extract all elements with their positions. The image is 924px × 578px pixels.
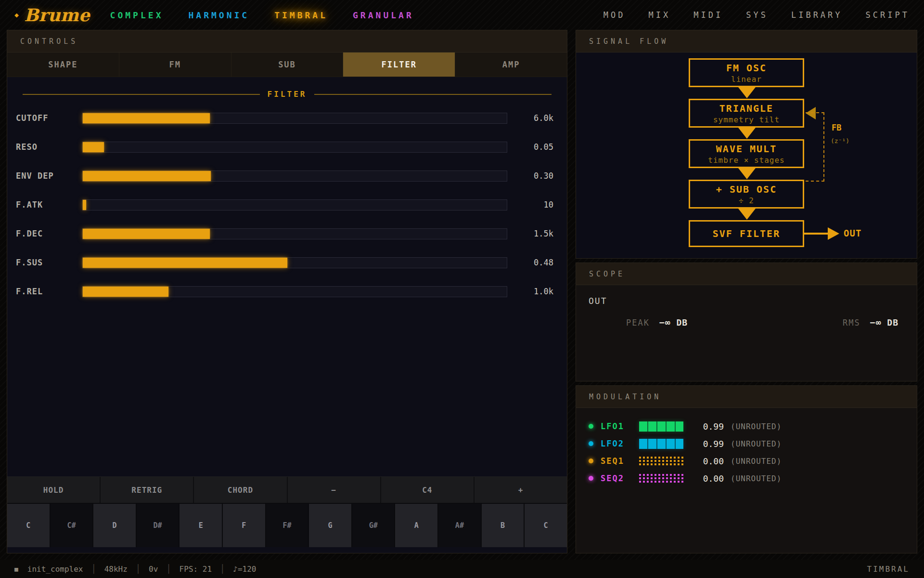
signal-flow-diagram: FB (z⁻¹) OUT FM OSClinearTRIANGLEsymmetr… — [576, 53, 917, 259]
scope-meters: PEAK −∞ DB RMS −∞ DB — [576, 306, 917, 328]
key-label: B — [500, 521, 505, 530]
modulation-header: MODULATION — [576, 386, 917, 408]
key-c-1[interactable]: C# — [51, 504, 93, 547]
flow-down-arrow-icon — [738, 87, 756, 98]
slider-row-f-sus: F.SUS0.48 — [14, 248, 560, 277]
engine-tab-complex[interactable]: COMPLEX — [110, 10, 164, 20]
slider-track[interactable] — [82, 257, 507, 268]
tab-fm[interactable]: FM — [119, 53, 231, 77]
mod-source-label[interactable]: LFO2 — [601, 439, 630, 448]
key-d-3[interactable]: D# — [137, 504, 179, 547]
slider-list: CUTOFF6.0kRESO0.05ENV DEP0.30F.ATK10F.DE… — [14, 104, 560, 306]
menu-item-midi[interactable]: MIDI — [693, 10, 723, 20]
key-b-11[interactable]: B — [482, 504, 524, 547]
engine-tabs: COMPLEXHARMONICTIMBRALGRANULAR — [110, 10, 414, 20]
flow-node-subtitle: linear — [731, 75, 762, 84]
modulation-title: MODULATION — [589, 393, 661, 401]
flow-down-arrow-icon — [738, 209, 756, 220]
menu-item-library[interactable]: LIBRARY — [791, 10, 843, 20]
flow-node-subtitle: timbre × stages — [708, 156, 785, 165]
output-arrow-icon — [828, 227, 839, 240]
key-label: F — [242, 521, 246, 530]
mod-source-routing: (UNROUTED) — [731, 422, 782, 431]
modulation-source-list: LFO10.99(UNROUTED)LFO20.99(UNROUTED)SEQ1… — [576, 408, 917, 487]
flow-node-title: + SUB OSC — [716, 184, 777, 195]
modulation-panel: MODULATION LFO10.99(UNROUTED)LFO20.99(UN… — [576, 385, 917, 553]
status-segment-fps: FPS: 21 — [180, 565, 212, 574]
right-column: SIGNAL FLOW FB (z⁻¹) OUT FM OSClinearTRI… — [576, 30, 917, 553]
mod-source-meter — [639, 439, 683, 449]
mod-source-routing: (UNROUTED) — [731, 457, 782, 466]
engine-tab-timbral[interactable]: TIMBRAL — [274, 10, 328, 20]
perf-button-retrig[interactable]: RETRIG — [101, 477, 194, 503]
filter-sliders-section: FILTER CUTOFF6.0kRESO0.05ENV DEP0.30F.AT… — [7, 77, 567, 476]
tab-filter[interactable]: FILTER — [343, 53, 455, 77]
app-logo: ◆ Brume — [14, 6, 90, 24]
slider-fill — [83, 258, 287, 268]
mod-source-label[interactable]: SEQ1 — [601, 456, 630, 466]
slider-track[interactable] — [82, 171, 507, 182]
key-label: E — [199, 521, 203, 530]
tab-sub[interactable]: SUB — [231, 53, 344, 77]
status-segment-0v: 0v — [149, 565, 158, 574]
engine-tab-harmonic[interactable]: HARMONIC — [188, 10, 249, 20]
mod-source-value: 0.00 — [683, 473, 724, 484]
key-a-9[interactable]: A — [395, 504, 437, 547]
scope-channel-label: OUT — [576, 296, 917, 306]
controls-tab-row: SHAPEFMSUBFILTERAMP — [7, 53, 567, 77]
perf-button-c4[interactable]: C4 — [381, 477, 475, 503]
key-e-4[interactable]: E — [180, 504, 222, 547]
key-label: D# — [154, 521, 162, 530]
key-c-0[interactable]: C — [7, 504, 50, 547]
engine-tab-granular[interactable]: GRANULAR — [353, 10, 414, 20]
perf-button-chord[interactable]: CHORD — [194, 477, 287, 503]
key-d-2[interactable]: D — [93, 504, 136, 547]
slider-row-f-dec: F.DEC1.5k — [14, 219, 560, 248]
mod-source-value: 0.99 — [683, 439, 724, 449]
mod-meter-dotline — [639, 460, 683, 462]
flow-node-title: TRIANGLE — [719, 103, 773, 114]
mod-source-label[interactable]: LFO1 — [601, 421, 630, 431]
slider-track[interactable] — [82, 142, 507, 153]
mod-source-dot-icon — [589, 476, 593, 481]
mod-source-seq1: SEQ10.00(UNROUTED) — [589, 452, 917, 470]
mod-source-label[interactable]: SEQ2 — [601, 473, 630, 483]
perf-button-[interactable]: − — [288, 477, 381, 503]
key-c-12[interactable]: C — [525, 504, 567, 547]
slider-fill — [83, 229, 210, 239]
perf-button-[interactable]: + — [475, 477, 567, 503]
status-mode-label: TIMBRAL — [867, 565, 910, 574]
menu-item-sys[interactable]: SYS — [746, 10, 768, 20]
key-g-7[interactable]: G — [309, 504, 351, 547]
slider-label: ENV DEP — [16, 171, 82, 181]
slider-track[interactable] — [82, 286, 507, 297]
key-g-8[interactable]: G# — [352, 504, 395, 547]
mod-source-routing: (UNROUTED) — [731, 439, 782, 448]
menu-item-mix[interactable]: MIX — [649, 10, 671, 20]
menu-item-mod[interactable]: MOD — [603, 10, 626, 20]
slider-track[interactable] — [82, 228, 507, 239]
tab-shape[interactable]: SHAPE — [7, 53, 119, 77]
mod-source-meter — [639, 473, 683, 484]
signal-flow-title: SIGNAL FLOW — [589, 37, 668, 46]
slider-value: 6.0k — [507, 113, 553, 123]
menu-item-script[interactable]: SCRIPT — [866, 10, 910, 20]
perf-button-hold[interactable]: HOLD — [7, 477, 101, 503]
mod-meter-dotline — [639, 477, 683, 479]
rms-value: −∞ DB — [870, 317, 898, 328]
slider-value: 0.48 — [507, 258, 553, 267]
slider-track[interactable] — [82, 199, 507, 210]
flow-node-subtitle: ÷ 2 — [739, 196, 754, 205]
tab-amp[interactable]: AMP — [455, 53, 567, 77]
mod-source-meter — [639, 421, 683, 432]
flow-node-svf-filter: SVF FILTER — [689, 220, 804, 247]
key-f-6[interactable]: F# — [266, 504, 308, 547]
slider-value: 10 — [507, 200, 553, 210]
feedback-loop-path — [806, 112, 824, 182]
key-f-5[interactable]: F — [223, 504, 265, 547]
top-menu: MODMIXMIDISYSLIBRARYSCRIPT — [603, 10, 910, 20]
slider-track[interactable] — [82, 113, 507, 124]
flow-node-wave-mult: WAVE MULTtimbre × stages — [689, 139, 804, 168]
key-a-10[interactable]: A# — [438, 504, 481, 547]
mod-source-routing: (UNROUTED) — [731, 474, 782, 483]
